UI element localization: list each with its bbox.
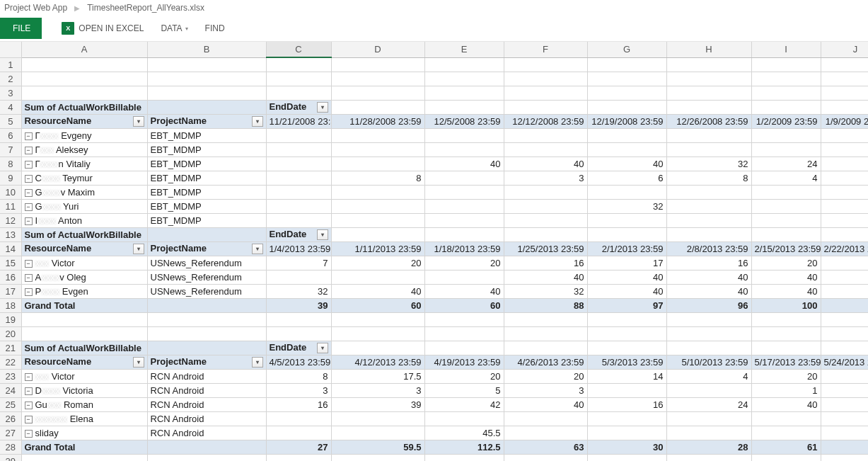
resource-cell[interactable]: −Рxxxx Evgen [21,284,147,298]
collapse-icon[interactable]: − [25,274,33,282]
collapse-icon[interactable]: − [25,260,33,268]
filter-button[interactable]: ▾ [133,244,144,254]
project-cell[interactable]: EBT_MDMP [147,156,266,171]
open-in-excel-button[interactable]: X OPEN IN EXCEL [62,22,144,35]
breadcrumb-root[interactable]: Project Web App [4,3,67,13]
project-cell[interactable]: EBT_MDMP [147,199,266,213]
col-B[interactable]: B [147,42,266,57]
project-cell[interactable]: USNews_Referendum [147,270,266,284]
filter-button[interactable]: ▾ [252,357,263,368]
resource-cell[interactable]: −Gxxxxv Maxim [21,185,147,199]
project-cell[interactable]: EBT_MDMP [147,185,266,199]
row-5[interactable]: 5 [0,114,21,128]
resource-cell[interactable]: −Аxxxxv Oleg [21,270,147,284]
col-D[interactable]: D [331,42,424,57]
project-cell[interactable]: RCN Android [147,397,266,411]
resource-cell[interactable]: −Ixxxx Anton [21,213,147,227]
data-row: 7 −Гxxx Aleksey EBT_MDMP [0,142,868,156]
data-row: 6 −Гxxxx Evgeny EBT_MDMP [0,128,868,142]
filter-button[interactable]: ▾ [317,343,328,353]
sum-label: Sum of ActualWorkBillable [21,100,147,114]
data-row: 26 −xxxxxxx Elena RCN Android [0,411,868,426]
collapse-icon[interactable]: − [25,430,33,438]
resource-cell[interactable]: −Сxxxx Teymur [21,171,147,185]
collapse-icon[interactable]: − [25,373,33,381]
file-tab[interactable]: FILE [0,18,42,39]
project-cell[interactable]: EBT_MDMP [147,171,266,185]
column-headers: A B C D E F G H I J [0,42,868,57]
resource-cell[interactable]: −Гxxxx Evgeny [21,128,147,142]
col-E[interactable]: E [424,42,504,57]
filter-button[interactable]: ▾ [252,244,263,254]
row-3[interactable]: 3 [0,86,21,100]
filter-button[interactable]: ▾ [252,116,263,127]
filter-button[interactable]: ▾ [133,357,144,368]
collapse-icon[interactable]: − [25,387,33,395]
project-cell[interactable]: EBT_MDMP [147,128,266,142]
grand-total-row: 28 Grand Total 2759.5112.56330286152 [0,440,868,454]
data-row: 9 −Сxxxx Teymur EBT_MDMP 83684 [0,171,868,185]
project-cell[interactable]: RCN Android [147,383,266,397]
collapse-icon[interactable]: − [25,416,33,423]
project-cell[interactable]: RCN Android [147,411,266,426]
col-C[interactable]: C [266,42,331,57]
data-row: 10 −Gxxxxv Maxim EBT_MDMP [0,185,868,199]
filter-button[interactable]: ▾ [133,116,144,127]
collapse-icon[interactable]: − [25,175,33,183]
project-cell[interactable]: EBT_MDMP [147,142,266,156]
grid[interactable]: A B C D E F G H I J 1 2 3 4 Sum of Actua… [0,42,868,461]
grand-total-row: 18 Grand Total 39606088979610074.5 [0,298,868,312]
collapse-icon[interactable]: − [25,402,33,409]
resource-cell[interactable]: −Dxxxx Victoria [21,383,147,397]
col-I[interactable]: I [751,42,821,57]
collapse-icon[interactable]: − [25,288,33,296]
col-A[interactable]: A [21,42,147,57]
resource-cell[interactable]: −sliday [21,426,147,440]
col-F[interactable]: F [504,42,587,57]
project-cell[interactable]: RCN Android [147,426,266,440]
resource-cell[interactable]: −Gxxxx Yuri [21,199,147,213]
data-row: 17 −Рxxxx Evgen USNews_Referendum 324040… [0,284,868,298]
row-2[interactable]: 2 [0,72,21,86]
pivot-header-row: 4 Sum of ActualWorkBillable EndDate▾ [0,100,868,114]
project-cell[interactable]: EBT_MDMP [147,213,266,227]
data-row: 25 −Guxxx Roman RCN Android 163942401624… [0,397,868,411]
collapse-icon[interactable]: − [25,217,33,225]
data-row: 12 −Ixxxx Anton EBT_MDMP [0,213,868,227]
resource-cell[interactable]: −Гxxxxn Vitaliy [21,156,147,171]
project-cell[interactable]: RCN Android [147,369,266,383]
spreadsheet[interactable]: A B C D E F G H I J 1 2 3 4 Sum of Actua… [0,41,868,461]
chevron-right-icon: ▶ [73,4,81,12]
collapse-icon[interactable]: − [25,203,33,211]
project-cell[interactable]: USNews_Referendum [147,284,266,298]
select-all-corner[interactable] [0,42,21,57]
pivot-columns-row: 5 ResourceName▾ ProjectName▾ 11/21/2008 … [0,114,868,128]
col-J[interactable]: J [821,42,868,57]
collapse-icon[interactable]: − [25,161,33,169]
data-row: 24 −Dxxxx Victoria RCN Android 33531 [0,383,868,397]
col-H[interactable]: H [666,42,751,57]
resource-cell[interactable]: −Guxxx Roman [21,397,147,411]
resource-cell[interactable]: −Гxxx Aleksey [21,142,147,156]
project-cell[interactable]: USNews_Referendum [147,256,266,270]
col-G[interactable]: G [587,42,666,57]
data-row: 27 −sliday RCN Android 45.5 [0,426,868,440]
collapse-icon[interactable]: − [25,189,33,197]
resource-cell[interactable]: −xxx Victor [21,256,147,270]
resource-cell[interactable]: −xxx Victor [21,369,147,383]
collapse-icon[interactable]: − [25,132,33,140]
find-button[interactable]: FIND [205,23,225,33]
resource-name-label: ResourceName▾ [21,114,147,128]
collapse-icon[interactable]: − [25,147,33,154]
row-4[interactable]: 4 [0,100,21,114]
filter-button[interactable]: ▾ [317,102,328,113]
row-1[interactable]: 1 [0,57,21,72]
resource-cell[interactable]: −xxxxxxx Elena [21,411,147,426]
breadcrumb-file: TimesheetReport_AllYears.xlsx [87,3,204,13]
breadcrumb: Project Web App ▶ TimesheetReport_AllYea… [0,0,868,16]
data-row: 8 −Гxxxxn Vitaliy EBT_MDMP 404040322440 [0,156,868,171]
data-menu[interactable]: DATA▾ [161,23,187,33]
filter-button[interactable]: ▾ [317,229,328,240]
pivot-columns-row: 22 ResourceName▾ ProjectName▾ 4/5/2013 2… [0,355,868,369]
pivot-header-row: 13 Sum of ActualWorkBillable EndDate▾ [0,227,868,241]
